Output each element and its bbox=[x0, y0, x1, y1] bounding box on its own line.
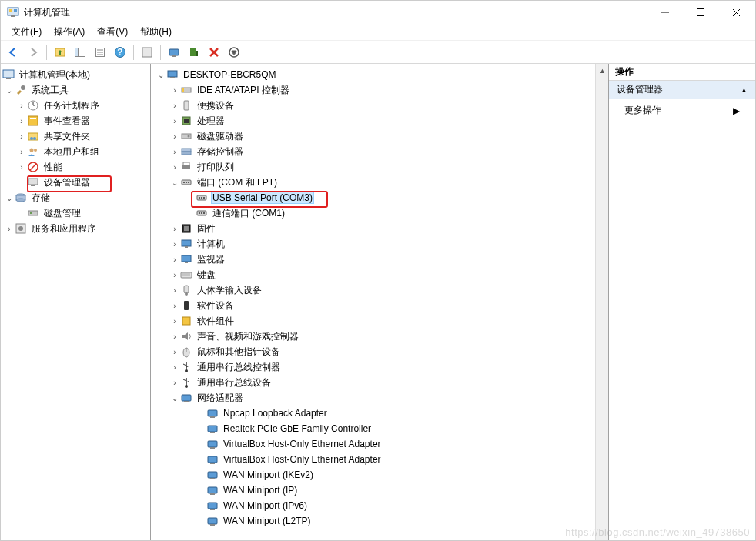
device-ports[interactable]: ⌄端口 (COM 和 LPT) bbox=[151, 175, 608, 190]
svg-rect-25 bbox=[3, 70, 14, 78]
device-usb-serial-port[interactable]: ·USB Serial Port (COM3) bbox=[151, 190, 608, 205]
device-computer[interactable]: ›计算机 bbox=[151, 236, 608, 252]
tree-disk-management[interactable]: 磁盘管理 bbox=[1, 205, 150, 221]
device-vbox1[interactable]: ·VirtualBox Host-Only Ethernet Adapter bbox=[151, 436, 608, 452]
caret-right-icon[interactable]: › bbox=[169, 225, 180, 233]
storage-icon bbox=[180, 145, 192, 158]
show-hide-tree-button[interactable] bbox=[71, 43, 89, 62]
tree-task-scheduler[interactable]: › 任务计划程序 bbox=[1, 98, 150, 113]
scroll-up-button[interactable]: ▲ bbox=[596, 64, 609, 77]
caret-down-icon[interactable]: ⌄ bbox=[156, 71, 166, 79]
caret-right-icon[interactable]: › bbox=[169, 117, 180, 125]
up-button[interactable] bbox=[51, 43, 69, 62]
device-wan-ipv6[interactable]: ·WAN Miniport (IPv6) bbox=[151, 498, 608, 513]
device-disk-drives[interactable]: ›磁盘驱动器 bbox=[151, 129, 608, 144]
device-keyboards[interactable]: ›键盘 bbox=[151, 267, 608, 282]
caret-right-icon[interactable]: › bbox=[169, 348, 180, 356]
device-comm-port[interactable]: ·通信端口 (COM1) bbox=[151, 205, 608, 221]
caret-right-icon[interactable]: › bbox=[169, 86, 180, 95]
svg-point-44 bbox=[16, 199, 25, 202]
svg-rect-114 bbox=[210, 524, 215, 526]
tree-storage[interactable]: ⌄ 存储 bbox=[1, 190, 150, 205]
caret-down-icon[interactable]: ⌄ bbox=[4, 194, 15, 202]
tree-shared-folders[interactable]: › 共享文件夹 bbox=[1, 129, 150, 144]
device-root[interactable]: ⌄DESKTOP-EBCR5QM bbox=[151, 67, 608, 82]
collapse-icon[interactable]: ▲ bbox=[741, 86, 748, 94]
tree-local-users[interactable]: › 本地用户和组 bbox=[1, 144, 150, 159]
tree-system-tools[interactable]: ⌄ 系统工具 bbox=[1, 82, 150, 98]
refresh-button[interactable] bbox=[138, 43, 156, 62]
caret-right-icon[interactable]: › bbox=[169, 102, 180, 110]
close-button[interactable] bbox=[718, 1, 754, 24]
uninstall-button[interactable] bbox=[205, 43, 223, 62]
device-firmware[interactable]: ›固件 bbox=[151, 221, 608, 236]
caret-right-icon[interactable]: › bbox=[169, 255, 180, 264]
more-actions[interactable]: 更多操作 ▶ bbox=[609, 99, 755, 122]
tree-event-viewer[interactable]: › 事件查看器 bbox=[1, 113, 150, 129]
tree-label: VirtualBox Host-Only Ethernet Adapter bbox=[222, 438, 383, 450]
caret-right-icon[interactable]: › bbox=[16, 117, 27, 125]
caret-right-icon[interactable]: › bbox=[169, 148, 180, 156]
device-usb-devices[interactable]: ›通用串行总线设备 bbox=[151, 375, 608, 390]
tree-performance[interactable]: › 性能 bbox=[1, 159, 150, 175]
help-button[interactable]: ? bbox=[111, 43, 129, 62]
device-wan-l2tp[interactable]: ·WAN Miniport (L2TP) bbox=[151, 513, 608, 529]
tree-services-apps[interactable]: › 服务和应用程序 bbox=[1, 221, 150, 236]
device-realtek[interactable]: ·Realtek PCIe GbE Family Controller bbox=[151, 421, 608, 436]
menu-file[interactable]: 文件(F) bbox=[5, 24, 48, 40]
svg-point-64 bbox=[186, 182, 187, 183]
caret-right-icon[interactable]: › bbox=[169, 240, 180, 249]
menu-action[interactable]: 操作(A) bbox=[48, 24, 91, 40]
device-print-queues[interactable]: ›打印队列 bbox=[151, 159, 608, 175]
caret-down-icon[interactable]: ⌄ bbox=[169, 394, 180, 402]
properties-button[interactable] bbox=[91, 43, 109, 62]
caret-right-icon[interactable]: › bbox=[169, 302, 180, 310]
device-software-components[interactable]: ›软件组件 bbox=[151, 313, 608, 329]
management-tree[interactable]: 计算机管理(本地) ⌄ 系统工具 › 任务计划程序 › 事件查看器 bbox=[1, 64, 150, 239]
disable-button[interactable] bbox=[225, 43, 243, 62]
menu-view[interactable]: 查看(V) bbox=[91, 24, 134, 40]
tree-root[interactable]: 计算机管理(本地) bbox=[1, 67, 150, 82]
caret-right-icon[interactable]: › bbox=[169, 379, 180, 387]
back-button[interactable] bbox=[4, 43, 22, 62]
actions-section[interactable]: 设备管理器 ▲ bbox=[609, 81, 755, 99]
device-tree[interactable]: ⌄DESKTOP-EBCR5QM›IDE ATA/ATAPI 控制器›便携设备›… bbox=[151, 64, 608, 532]
device-monitors[interactable]: ›监视器 bbox=[151, 252, 608, 267]
caret-right-icon[interactable]: › bbox=[169, 271, 180, 279]
caret-right-icon[interactable]: › bbox=[169, 332, 180, 341]
vertical-scrollbar[interactable]: ▲ bbox=[595, 64, 608, 540]
menu-help[interactable]: 帮助(H) bbox=[134, 24, 178, 40]
device-processors[interactable]: ›处理器 bbox=[151, 113, 608, 129]
caret-right-icon[interactable]: › bbox=[169, 363, 180, 372]
caret-right-icon[interactable]: › bbox=[169, 163, 180, 172]
minimize-button[interactable] bbox=[647, 1, 683, 24]
caret-right-icon[interactable]: › bbox=[169, 317, 180, 326]
forward-button[interactable] bbox=[24, 43, 42, 62]
device-software-devices[interactable]: ›软件设备 bbox=[151, 298, 608, 313]
device-wan-ikev2[interactable]: ·WAN Miniport (IKEv2) bbox=[151, 467, 608, 483]
device-ide[interactable]: ›IDE ATA/ATAPI 控制器 bbox=[151, 82, 608, 98]
caret-right-icon[interactable]: › bbox=[169, 132, 180, 141]
device-npcap[interactable]: ·Npcap Loopback Adapter bbox=[151, 406, 608, 421]
maximize-button[interactable] bbox=[683, 1, 718, 24]
device-hid[interactable]: ›人体学输入设备 bbox=[151, 282, 608, 298]
caret-right-icon[interactable]: › bbox=[16, 163, 27, 172]
device-vbox2[interactable]: ·VirtualBox Host-Only Ethernet Adapter bbox=[151, 452, 608, 467]
update-driver-button[interactable] bbox=[185, 43, 203, 62]
caret-right-icon[interactable]: › bbox=[16, 148, 27, 156]
caret-right-icon[interactable]: › bbox=[4, 225, 15, 233]
caret-down-icon[interactable]: ⌄ bbox=[4, 86, 15, 95]
caret-right-icon[interactable]: › bbox=[16, 102, 27, 110]
caret-right-icon[interactable]: › bbox=[169, 286, 180, 295]
caret-right-icon[interactable]: › bbox=[16, 132, 27, 141]
device-sound[interactable]: ›声音、视频和游戏控制器 bbox=[151, 329, 608, 344]
caret-down-icon[interactable]: ⌄ bbox=[169, 179, 180, 187]
device-network-adapters[interactable]: ⌄网络适配器 bbox=[151, 390, 608, 406]
scan-hardware-button[interactable] bbox=[165, 43, 183, 62]
device-storage-controllers[interactable]: ›存储控制器 bbox=[151, 144, 608, 159]
tree-device-manager[interactable]: › 设备管理器 bbox=[1, 175, 150, 190]
device-portable[interactable]: ›便携设备 bbox=[151, 98, 608, 113]
device-usb-controllers[interactable]: ›通用串行总线控制器 bbox=[151, 359, 608, 375]
device-wan-ip[interactable]: ·WAN Miniport (IP) bbox=[151, 483, 608, 498]
device-mice[interactable]: ›鼠标和其他指针设备 bbox=[151, 344, 608, 359]
